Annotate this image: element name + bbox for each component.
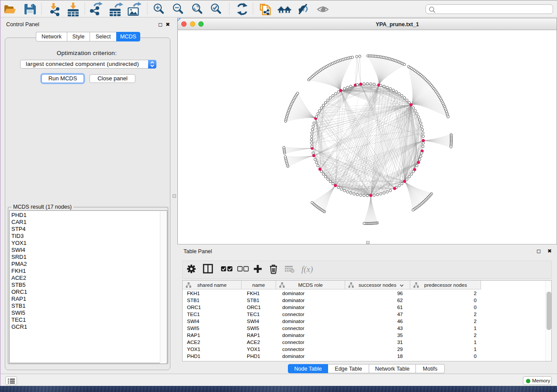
- svg-text:f(x): f(x): [301, 265, 313, 274]
